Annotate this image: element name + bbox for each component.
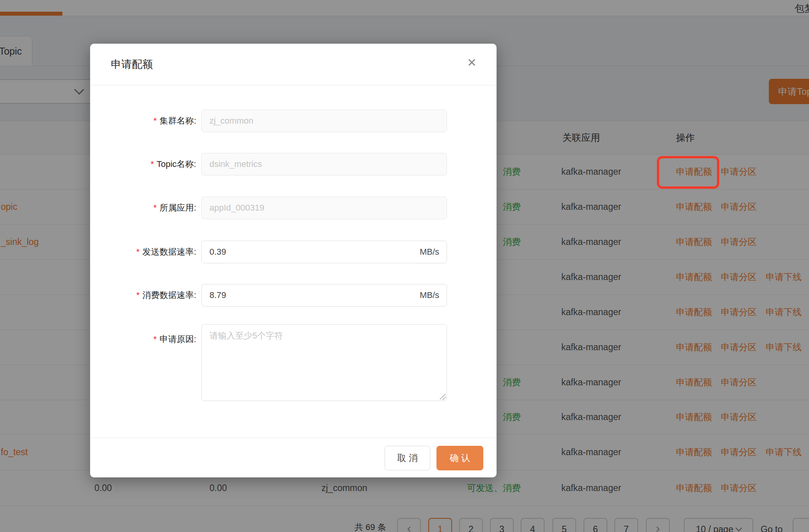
confirm-button[interactable]: 确 认 bbox=[436, 446, 483, 470]
send-rate-wrap: MB/s bbox=[201, 241, 447, 263]
required-mark: * bbox=[153, 203, 157, 213]
highlight-annotation bbox=[657, 156, 719, 189]
consume-rate-wrap: MB/s bbox=[201, 284, 447, 307]
screen: 包梦 Topic 申请Topic 关联应用 操作 可发送、消费 kafka-ma… bbox=[0, 0, 809, 532]
send-rate-label: *发送数据速率: bbox=[90, 241, 196, 263]
cluster-label: *集群名称: bbox=[90, 110, 196, 132]
required-mark: * bbox=[136, 247, 140, 257]
send-rate-unit: MB/s bbox=[420, 241, 439, 263]
consume-rate-label: *消费数据速率: bbox=[90, 284, 196, 307]
consume-rate-field[interactable] bbox=[201, 284, 447, 307]
required-mark: * bbox=[153, 334, 157, 344]
modal-footer: 取 消 确 认 bbox=[90, 438, 497, 477]
required-mark: * bbox=[151, 159, 154, 169]
cancel-button[interactable]: 取 消 bbox=[385, 446, 430, 470]
topic-field bbox=[201, 153, 447, 176]
app-label: *所属应用: bbox=[90, 197, 196, 219]
close-icon[interactable]: ✕ bbox=[467, 57, 477, 69]
topic-label: *Topic名称: bbox=[90, 153, 196, 176]
send-rate-field[interactable] bbox=[201, 241, 447, 263]
apply-quota-modal: 申请配额 ✕ *集群名称: *Topic名称: *所属应用: *发送数据速率: … bbox=[90, 44, 497, 477]
required-mark: * bbox=[136, 290, 140, 300]
modal-header: 申请配额 ✕ bbox=[90, 44, 497, 85]
modal-title: 申请配额 bbox=[111, 44, 153, 85]
consume-rate-unit: MB/s bbox=[420, 284, 439, 307]
reason-label: *申请原因: bbox=[90, 328, 196, 351]
required-mark: * bbox=[153, 116, 157, 126]
cluster-field bbox=[201, 110, 447, 132]
app-field bbox=[201, 197, 447, 219]
reason-field[interactable] bbox=[201, 324, 447, 401]
